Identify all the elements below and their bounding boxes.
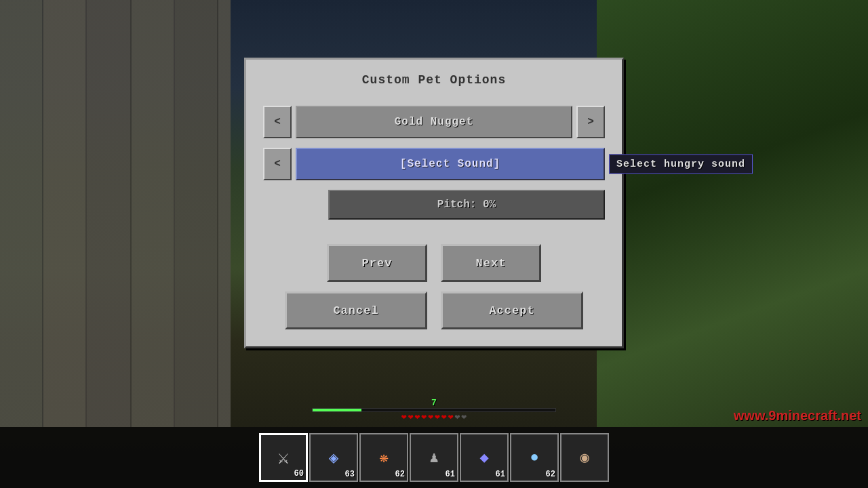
pitch-display: Pitch: 0% xyxy=(328,190,605,220)
hotbar: ⚔ 60 ◈ 63 ❋ 62 ♟ 61 ◆ 61 ● 62 ◉ xyxy=(0,427,868,488)
pitch-row: Pitch: 0% xyxy=(263,190,605,224)
hotbar-slot-4[interactable]: ♟ 61 xyxy=(410,433,458,482)
xp-bar-fill xyxy=(313,409,361,411)
watermark: www.9minecraft.net xyxy=(734,408,861,424)
next-button[interactable]: Next xyxy=(441,244,541,282)
hotbar-slot-1[interactable]: ⚔ 60 xyxy=(259,433,308,482)
stone-texture-left xyxy=(0,0,231,427)
sound-tooltip: Select hungry sound xyxy=(609,155,753,174)
hotbar-slot-3[interactable]: ❋ 62 xyxy=(359,433,408,482)
sound-prev-button[interactable]: < xyxy=(263,148,292,180)
dialog-panel: Custom Pet Options < Gold Nugget > < [Se… xyxy=(244,58,624,348)
food-icon: ❋ xyxy=(379,449,388,467)
sound-display[interactable]: [Select Sound] Select hungry sound xyxy=(296,148,605,180)
action-button-row: Cancel Accept xyxy=(263,291,605,329)
prev-button[interactable]: Prev xyxy=(327,244,427,282)
heart-3: ❤ xyxy=(415,411,420,422)
xp-bar-bg xyxy=(312,408,556,412)
item-selector-row: < Gold Nugget > xyxy=(263,106,605,138)
sound-selector-row: < [Select Sound] Select hungry sound xyxy=(263,148,605,180)
heart-9: ❤ xyxy=(454,411,460,422)
orb-icon: ● xyxy=(530,449,538,466)
hotbar-slot-7[interactable]: ◉ xyxy=(560,433,609,482)
pitch-spacer xyxy=(263,190,296,224)
item-icon: ◉ xyxy=(580,449,589,467)
terrain-right xyxy=(597,0,868,427)
xp-label: 7 xyxy=(431,398,437,408)
mob-icon: ♟ xyxy=(429,449,438,467)
heart-5: ❤ xyxy=(428,411,433,422)
heart-6: ❤ xyxy=(435,411,440,422)
heart-1: ❤ xyxy=(401,411,407,422)
heart-2: ❤ xyxy=(408,411,414,422)
item-next-button[interactable]: > xyxy=(576,106,605,138)
health-bar: ❤ ❤ ❤ ❤ ❤ ❤ ❤ ❤ ❤ ❤ xyxy=(401,411,467,422)
heart-10: ❤ xyxy=(461,411,467,422)
item-prev-button[interactable]: < xyxy=(263,106,292,138)
hotbar-slot-5[interactable]: ◆ 61 xyxy=(460,433,509,482)
heart-4: ❤ xyxy=(421,411,427,422)
item-display[interactable]: Gold Nugget xyxy=(296,106,572,138)
dialog-title: Custom Pet Options xyxy=(263,73,605,87)
bucket-icon: ◈ xyxy=(329,448,338,468)
hotbar-slot-2[interactable]: ◈ 63 xyxy=(309,433,358,482)
nav-button-row: Prev Next xyxy=(263,244,605,282)
sword-icon: ⚔ xyxy=(278,446,290,469)
heart-7: ❤ xyxy=(441,411,447,422)
hotbar-slot-6[interactable]: ● 62 xyxy=(510,433,559,482)
accept-button[interactable]: Accept xyxy=(441,291,583,329)
heart-8: ❤ xyxy=(448,411,454,422)
gem-icon: ◆ xyxy=(479,449,488,467)
cancel-button[interactable]: Cancel xyxy=(285,291,427,329)
